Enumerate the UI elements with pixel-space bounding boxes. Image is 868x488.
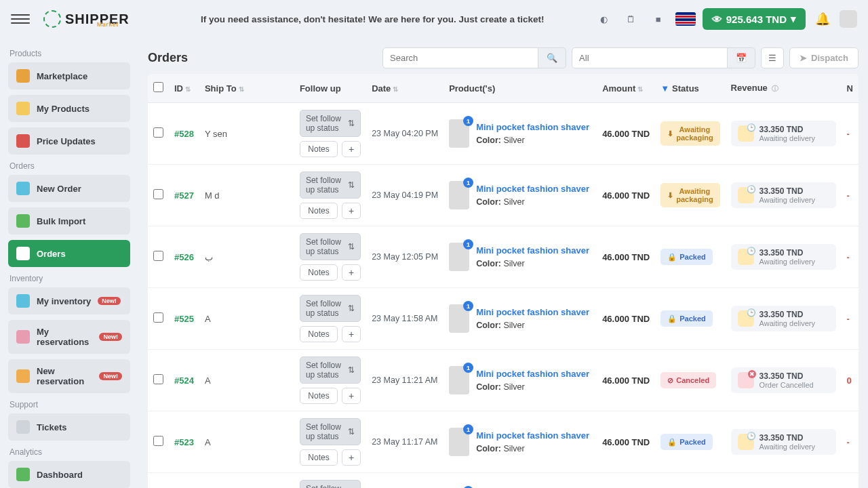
sidebar-item-icon: [16, 369, 30, 383]
revenue-status: Awaiting delivery: [760, 319, 815, 327]
status-icon: ⬇: [667, 191, 673, 199]
sidebar-item-my-products[interactable]: My Products: [8, 95, 130, 122]
select-all-checkbox[interactable]: [153, 82, 163, 92]
product-thumb[interactable]: [449, 366, 469, 394]
sidebar-item-icon: [16, 69, 30, 83]
status-badge[interactable]: 🔒Packed: [660, 249, 713, 265]
product-name[interactable]: Mini pocket fashion shaver: [476, 369, 589, 380]
language-flag-icon[interactable]: [675, 12, 696, 26]
order-id[interactable]: #525: [174, 314, 194, 324]
calendar-button[interactable]: 📅: [728, 47, 755, 68]
notes-button[interactable]: Notes: [300, 264, 338, 281]
sidebar-item-orders[interactable]: Orders: [8, 240, 130, 267]
product-name[interactable]: Mini pocket fashion shaver: [476, 245, 589, 256]
status-badge[interactable]: ⊘Canceled: [660, 372, 716, 388]
add-note-button[interactable]: +: [342, 388, 361, 404]
video-icon[interactable]: ■: [648, 9, 669, 29]
date-filter-input[interactable]: [572, 47, 728, 68]
add-note-button[interactable]: +: [342, 264, 361, 281]
ship-to-name: Y sen: [199, 103, 294, 165]
product-name[interactable]: Mini pocket fashion shaver: [476, 184, 589, 195]
calculator-icon[interactable]: 🗒: [621, 9, 642, 29]
theme-toggle-icon[interactable]: ◐: [594, 9, 614, 29]
row-checkbox[interactable]: [153, 127, 163, 138]
dispatch-button[interactable]: ➤ Dispatch: [789, 47, 859, 68]
notes-button[interactable]: Notes: [300, 388, 338, 404]
notes-button[interactable]: Notes: [300, 203, 338, 219]
col-products: Product('s): [443, 74, 597, 103]
ship-to-name: A: [199, 288, 294, 350]
notes-button[interactable]: Notes: [300, 449, 338, 466]
row-checkbox[interactable]: [153, 189, 163, 199]
set-followup-button[interactable]: Set follow up status⇅: [300, 233, 361, 260]
sidebar-section-title: Inventory: [9, 274, 130, 283]
sidebar-item-dashboard[interactable]: Dashboard: [8, 461, 130, 488]
order-id[interactable]: #528: [174, 129, 194, 139]
order-id[interactable]: #524: [174, 375, 194, 386]
status-badge[interactable]: 🔒Packed: [660, 310, 713, 327]
product-name[interactable]: Mini pocket fashion shaver: [476, 430, 589, 441]
search-button[interactable]: 🔍: [538, 47, 566, 68]
set-followup-button[interactable]: Set follow up status⇅: [300, 295, 361, 322]
sidebar-item-my-inventory[interactable]: My inventory New!: [8, 287, 130, 314]
col-status[interactable]: ▼Status: [655, 74, 725, 103]
add-note-button[interactable]: +: [342, 141, 361, 157]
chevron-down-icon: ▾: [791, 13, 796, 25]
product-thumb[interactable]: [449, 428, 469, 456]
product-color: Color: Silver: [476, 444, 589, 453]
sidebar-item-tickets[interactable]: Tickets: [8, 413, 130, 441]
notes-button[interactable]: Notes: [300, 326, 338, 342]
search-input[interactable]: [382, 47, 538, 68]
product-thumb[interactable]: [449, 119, 469, 148]
set-followup-button[interactable]: Set follow up status⇅: [300, 171, 361, 199]
revenue-status: Awaiting delivery: [760, 443, 815, 451]
sidebar-item-my-reservations[interactable]: My reservations New!: [8, 320, 130, 354]
add-note-button[interactable]: +: [342, 449, 361, 466]
revenue-amount: 33.350 TND: [760, 433, 815, 443]
notes-button[interactable]: Notes: [300, 141, 338, 157]
product-thumb[interactable]: [449, 304, 469, 333]
set-followup-button[interactable]: Set follow up status⇅: [300, 357, 361, 384]
sidebar-item-marketplace[interactable]: Marketplace: [8, 62, 130, 89]
order-id[interactable]: #527: [174, 190, 194, 201]
last-value: -: [842, 473, 859, 489]
revenue-amount: 33.350 TND: [760, 371, 814, 381]
col-amount[interactable]: Amount⇅: [597, 74, 655, 103]
order-id[interactable]: #523: [174, 437, 194, 447]
col-date[interactable]: Date⇅: [366, 74, 443, 103]
row-checkbox[interactable]: [153, 436, 163, 446]
sidebar-item-bulk-import[interactable]: Bulk Import: [8, 207, 130, 235]
add-note-button[interactable]: +: [342, 203, 361, 219]
product-thumb[interactable]: [449, 243, 469, 271]
notifications-icon[interactable]: 🔔: [812, 9, 833, 29]
product-name[interactable]: Mini pocket fashion shaver: [476, 307, 589, 318]
sort-icon: ⇅: [348, 365, 355, 375]
balance-button[interactable]: 👁 925.643 TND ▾: [703, 8, 806, 30]
set-followup-button[interactable]: Set follow up status⇅: [300, 418, 361, 445]
sidebar-item-new-order[interactable]: New Order: [8, 175, 130, 202]
product-thumb[interactable]: [449, 181, 469, 209]
product-name[interactable]: Mini pocket fashion shaver: [476, 122, 589, 133]
order-id[interactable]: #526: [174, 252, 194, 262]
row-checkbox[interactable]: [153, 312, 163, 323]
sidebar-item-new-reservation[interactable]: New reservation New!: [8, 359, 130, 393]
revenue-cell: 33.350 TND Awaiting delivery: [731, 121, 836, 146]
logo[interactable]: SHIPPER Market: [43, 10, 151, 28]
avatar[interactable]: [840, 10, 857, 28]
filter-settings-button[interactable]: ☰: [761, 47, 784, 68]
hamburger-menu-button[interactable]: [11, 9, 30, 28]
status-badge[interactable]: ⬇Awaiting packaging: [660, 183, 719, 207]
col-id[interactable]: ID⇅: [169, 74, 199, 103]
status-badge[interactable]: 🔒Packed: [660, 434, 713, 450]
row-checkbox[interactable]: [153, 251, 163, 261]
col-shipto[interactable]: Ship To⇅: [199, 74, 294, 103]
row-checkbox[interactable]: [153, 374, 163, 384]
add-note-button[interactable]: +: [342, 326, 361, 342]
set-followup-button[interactable]: Set follow up status⇅: [300, 480, 361, 488]
status-icon: 🔒: [667, 438, 677, 446]
set-followup-button[interactable]: Set follow up status⇅: [300, 110, 361, 137]
order-date: 23 May 11:21 AM: [366, 350, 443, 411]
product-color: Color: Silver: [476, 259, 589, 268]
sidebar-item-price-updates[interactable]: Price Updates: [8, 127, 130, 155]
status-badge[interactable]: ⬇Awaiting packaging: [660, 121, 719, 146]
